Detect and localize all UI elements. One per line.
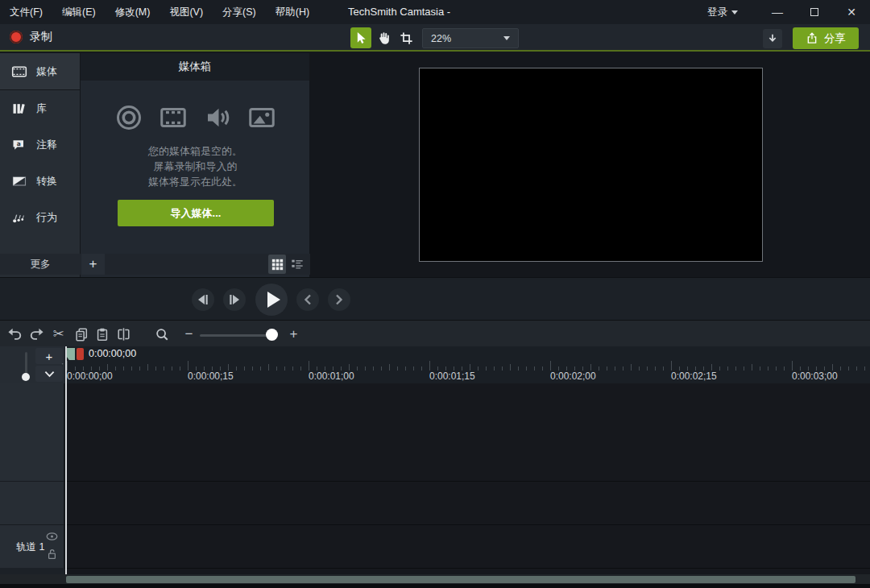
redo-button[interactable] (27, 324, 47, 344)
playhead-time: 0:00:00;00 (89, 348, 136, 359)
timeline-tracks-area[interactable] (64, 383, 870, 574)
sidebar-item-label: 注释 (36, 138, 57, 152)
menu-edit[interactable]: 编辑(E) (62, 6, 96, 19)
playhead-line[interactable] (65, 346, 67, 574)
next-frame-button[interactable] (223, 288, 246, 311)
track-1-header[interactable]: 轨道 1 (0, 525, 64, 568)
tools-sidebar: 媒体 库 a 注释 转换 行为 更多 (0, 53, 81, 277)
ruler-label: 0:00:02;00 (550, 371, 596, 382)
menu-help[interactable]: 帮助(H) (276, 6, 309, 19)
playhead-in-marker[interactable] (66, 348, 75, 360)
track-divider (64, 524, 870, 525)
maximize-icon (810, 8, 818, 16)
chevron-down-icon (503, 36, 510, 40)
ruler-label: 0:00:00;00 (67, 371, 113, 382)
login-menu[interactable]: 登录 (707, 6, 738, 19)
media-bin-title: 媒体箱 (81, 53, 309, 81)
track-lock-button[interactable] (48, 549, 56, 560)
video-canvas[interactable] (419, 68, 763, 262)
jump-back-button[interactable] (296, 288, 319, 311)
sidebar-more-button[interactable]: 更多 (0, 254, 81, 275)
gutter-bottom-strip (0, 568, 64, 574)
menu-modify[interactable]: 修改(M) (115, 6, 151, 19)
timeline-track-gutter: 轨道 1 (0, 383, 64, 574)
track-visibility-button[interactable] (46, 532, 58, 540)
timeline-zoom-in-button[interactable]: + (284, 324, 304, 344)
step-back-icon (197, 295, 209, 304)
track-divider (64, 568, 870, 569)
ruler-label: 0:00:00;15 (188, 371, 234, 382)
list-view-icon (291, 259, 304, 271)
sidebar-item-label: 行为 (36, 210, 57, 225)
camtasia-window: 文件(F) 编辑(E) 修改(M) 视图(V) 分享(S) 帮助(H) Tech… (0, 0, 870, 588)
paste-button[interactable] (92, 324, 112, 344)
canvas-zoom-dropdown[interactable]: 22% (422, 28, 519, 48)
import-media-button[interactable]: 导入媒体... (118, 200, 274, 226)
sidebar-item-media[interactable]: 媒体 (0, 53, 80, 90)
menu-view[interactable]: 视图(V) (169, 6, 203, 19)
cut-button[interactable]: ✂ (48, 324, 68, 344)
library-icon (11, 101, 27, 117)
eye-icon (46, 532, 58, 540)
copy-button[interactable] (71, 324, 91, 344)
ruler-label: 0:00:03;00 (792, 371, 838, 382)
add-media-button[interactable]: + (81, 254, 105, 275)
play-icon (267, 292, 280, 308)
track-height-slider-knob[interactable] (22, 373, 30, 381)
media-icon (11, 64, 27, 80)
magnifier-icon (155, 327, 169, 342)
track-name[interactable]: 轨道 1 (16, 540, 44, 554)
crop-icon (399, 31, 414, 46)
media-bin-panel: 媒体箱 您的媒体箱是空的。 屏幕录制和导入的 媒体将显示在此处。 导入媒体...… (81, 53, 310, 277)
sidebar-item-transitions[interactable]: 转换 (0, 163, 80, 199)
media-bin-empty-text: 您的媒体箱是空的。 屏幕录制和导入的 媒体将显示在此处。 (81, 143, 310, 189)
close-button[interactable]: ✕ (833, 0, 870, 24)
track-divider (64, 481, 870, 482)
pan-tool-button[interactable] (373, 27, 394, 48)
behavior-icon (11, 209, 27, 226)
timeline-zoom-button[interactable] (151, 324, 172, 344)
chevron-down-icon (44, 371, 55, 378)
scrollbar-thumb[interactable] (66, 576, 856, 583)
chevron-down-icon (731, 10, 738, 14)
timeline-ruler[interactable]: 0:00:00;00 0:00:00;00 0:00:00;15 0:00:01… (64, 346, 870, 383)
grid-view-button[interactable] (268, 255, 286, 274)
ruler-label: 0:00:01;15 (429, 371, 475, 382)
menu-file[interactable]: 文件(F) (10, 6, 43, 19)
step-forward-icon (229, 295, 240, 304)
maximize-button[interactable] (796, 0, 833, 24)
playhead-out-marker[interactable] (77, 348, 84, 360)
list-view-button[interactable] (288, 255, 306, 274)
playback-bar: 00:00 / 00:00 30 fps ⚙ 属性 (0, 277, 870, 320)
paste-icon (95, 327, 110, 342)
menu-share[interactable]: 分享(S) (222, 6, 256, 19)
timeline-zoom-slider-knob[interactable] (266, 329, 278, 341)
audio-icon (203, 103, 232, 132)
sidebar-item-library[interactable]: 库 (0, 90, 80, 126)
timeline-horizontal-scrollbar[interactable] (0, 574, 870, 584)
ruler-ticks (64, 361, 870, 371)
track-options-button[interactable] (35, 366, 63, 382)
jump-forward-button[interactable] (328, 288, 350, 311)
play-button[interactable] (255, 284, 288, 316)
canvas-stage[interactable] (311, 53, 870, 277)
export-download-button[interactable] (763, 29, 782, 48)
sidebar-item-behaviors[interactable]: 行为 (0, 199, 80, 235)
media-bin-footer: + (81, 254, 310, 275)
select-tool-button[interactable] (350, 27, 371, 48)
ruler-label: 0:00:01;00 (309, 371, 354, 382)
sidebar-item-annotations[interactable]: a 注释 (0, 126, 80, 163)
login-label: 登录 (707, 6, 727, 19)
copy-icon (74, 327, 89, 342)
undo-button[interactable] (5, 324, 25, 344)
share-button[interactable]: 分享 (793, 27, 859, 49)
crop-tool-button[interactable] (396, 27, 416, 48)
record-button[interactable]: 录制 (10, 24, 52, 50)
add-track-button[interactable]: + (35, 348, 63, 364)
chevron-left-icon (304, 294, 312, 305)
minimize-button[interactable]: — (759, 0, 796, 24)
previous-frame-button[interactable] (192, 288, 214, 311)
split-button[interactable] (114, 324, 134, 344)
chevron-right-icon (335, 294, 343, 305)
timeline-zoom-out-button[interactable]: − (179, 324, 199, 344)
